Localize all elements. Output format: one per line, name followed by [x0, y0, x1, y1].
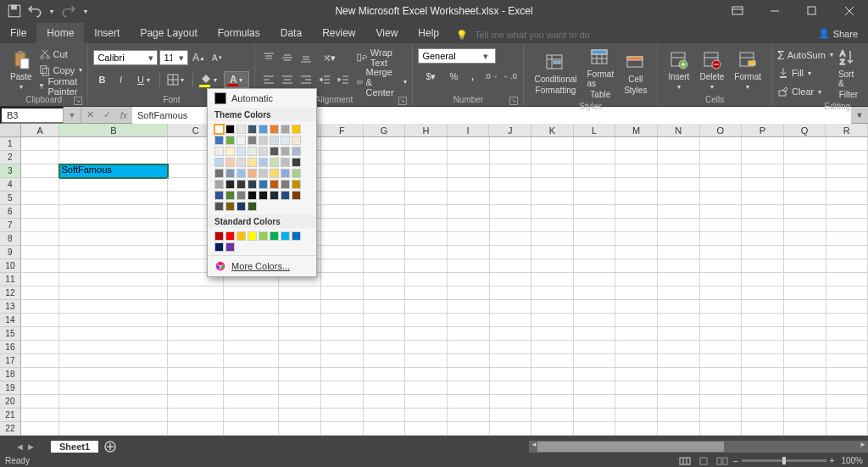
- cell[interactable]: [490, 314, 532, 327]
- cell[interactable]: [658, 327, 700, 341]
- cell[interactable]: [448, 246, 490, 259]
- cell[interactable]: [59, 178, 168, 192]
- cell[interactable]: [364, 137, 406, 151]
- cell[interactable]: [364, 246, 406, 259]
- cell[interactable]: [224, 314, 279, 327]
- cell[interactable]: [700, 232, 743, 246]
- orientation-icon[interactable]: ⤭▾: [316, 49, 342, 66]
- cell[interactable]: [59, 219, 168, 232]
- cell[interactable]: [321, 192, 364, 205]
- cell[interactable]: [574, 151, 616, 164]
- cell[interactable]: [321, 395, 364, 409]
- cell[interactable]: [168, 327, 223, 341]
- cell[interactable]: [448, 381, 490, 395]
- cell[interactable]: [279, 409, 321, 422]
- color-swatch[interactable]: [292, 231, 301, 241]
- color-swatch[interactable]: [259, 136, 268, 145]
- cell[interactable]: [490, 286, 532, 300]
- automatic-color-item[interactable]: Automatic: [208, 89, 316, 108]
- color-swatch[interactable]: [214, 231, 224, 241]
- cell[interactable]: [59, 314, 168, 327]
- cell[interactable]: [405, 327, 448, 341]
- cell[interactable]: [615, 137, 658, 151]
- cell[interactable]: [615, 395, 658, 409]
- cell[interactable]: [405, 205, 448, 219]
- cell[interactable]: [405, 395, 448, 409]
- cell[interactable]: [364, 232, 406, 246]
- cell[interactable]: [59, 368, 168, 381]
- bold-button[interactable]: B: [93, 71, 110, 88]
- cell[interactable]: [784, 151, 826, 164]
- cell[interactable]: [742, 422, 784, 436]
- cell[interactable]: [490, 354, 532, 368]
- tell-me-input[interactable]: [471, 26, 607, 43]
- cell[interactable]: [742, 341, 784, 354]
- number-format-combo[interactable]: ▾: [418, 48, 496, 64]
- cell[interactable]: [658, 286, 700, 300]
- color-swatch[interactable]: [281, 147, 290, 156]
- row-header[interactable]: 3: [0, 164, 21, 178]
- cell[interactable]: [658, 192, 700, 205]
- cell[interactable]: [321, 314, 364, 327]
- cell[interactable]: [21, 409, 60, 422]
- color-swatch[interactable]: [214, 136, 224, 145]
- sheet-nav-next-icon[interactable]: ►: [26, 442, 36, 452]
- increase-indent-icon[interactable]: [335, 71, 352, 88]
- cell[interactable]: [615, 151, 658, 164]
- cell[interactable]: [658, 314, 700, 327]
- cell[interactable]: [658, 273, 700, 286]
- color-swatch[interactable]: [292, 180, 301, 189]
- cell[interactable]: [321, 422, 364, 436]
- cell[interactable]: [742, 219, 784, 232]
- cell[interactable]: [574, 164, 616, 178]
- cell[interactable]: [279, 368, 321, 381]
- color-swatch[interactable]: [214, 202, 224, 211]
- format-painter-button[interactable]: Format Painter: [39, 78, 83, 94]
- cell[interactable]: [448, 368, 490, 381]
- cell[interactable]: [490, 395, 532, 409]
- column-header[interactable]: J: [489, 124, 531, 136]
- row-header[interactable]: 15: [0, 327, 21, 341]
- find-select-button[interactable]: Find &Select: [864, 46, 868, 101]
- cell[interactable]: [59, 300, 168, 314]
- clear-button[interactable]: Clear▾: [777, 84, 833, 100]
- cell[interactable]: [490, 409, 532, 422]
- cell[interactable]: [700, 314, 743, 327]
- cell[interactable]: [448, 259, 490, 273]
- cell[interactable]: [279, 395, 321, 409]
- fill-button[interactable]: Fill▾: [777, 65, 833, 81]
- sheet-tab[interactable]: Sheet1: [51, 441, 98, 453]
- merge-center-button[interactable]: Merge & Center▾: [357, 74, 407, 90]
- cell[interactable]: [224, 381, 279, 395]
- color-swatch[interactable]: [214, 158, 224, 167]
- cell[interactable]: [826, 422, 869, 436]
- color-swatch[interactable]: [270, 169, 279, 178]
- color-swatch[interactable]: [225, 242, 235, 252]
- color-swatch[interactable]: [248, 231, 257, 241]
- align-center-icon[interactable]: [279, 71, 296, 88]
- cell[interactable]: [224, 286, 279, 300]
- cell[interactable]: [321, 232, 364, 246]
- cell[interactable]: [321, 341, 364, 354]
- cell[interactable]: [742, 273, 784, 286]
- cell[interactable]: [21, 192, 60, 205]
- color-swatch[interactable]: [214, 180, 224, 189]
- color-swatch[interactable]: [259, 125, 268, 134]
- cut-button[interactable]: Cut: [39, 46, 83, 62]
- cell[interactable]: [658, 422, 700, 436]
- cell[interactable]: [490, 232, 532, 246]
- cell[interactable]: [574, 232, 616, 246]
- select-all-corner[interactable]: [0, 124, 21, 136]
- cell[interactable]: [615, 327, 658, 341]
- cell[interactable]: [742, 327, 784, 341]
- cell[interactable]: [321, 164, 364, 178]
- page-break-view-icon[interactable]: [715, 455, 730, 467]
- cell[interactable]: [742, 381, 784, 395]
- cell[interactable]: [59, 327, 168, 341]
- cell[interactable]: [826, 232, 869, 246]
- cell[interactable]: [531, 192, 574, 205]
- cell[interactable]: [59, 354, 168, 368]
- cell[interactable]: [742, 354, 784, 368]
- cell[interactable]: [574, 137, 616, 151]
- row-header[interactable]: 21: [0, 409, 21, 422]
